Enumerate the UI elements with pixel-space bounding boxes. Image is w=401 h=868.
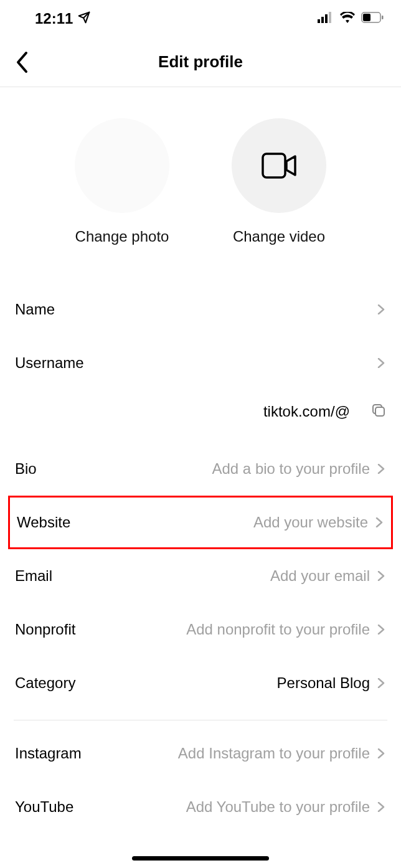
- website-value: Add your website: [70, 514, 368, 531]
- change-video-label: Change video: [233, 228, 325, 245]
- chevron-right-icon: [376, 625, 386, 634]
- username-label: Username: [15, 354, 84, 372]
- instagram-row[interactable]: Instagram Add Instagram to your profile: [0, 727, 401, 780]
- nonprofit-value: Add nonprofit to your profile: [75, 621, 370, 638]
- chevron-right-icon: [376, 304, 386, 314]
- svg-rect-12: [375, 407, 384, 416]
- youtube-row[interactable]: YouTube Add YouTube to your profile: [0, 780, 401, 834]
- chevron-right-icon: [376, 678, 386, 688]
- status-bar: 12:11: [0, 0, 401, 37]
- chevron-right-icon: [376, 748, 386, 758]
- instagram-label: Instagram: [15, 745, 82, 762]
- status-left: 12:11: [35, 10, 90, 27]
- wifi-icon: [340, 12, 355, 26]
- chevron-right-icon: [376, 358, 386, 368]
- change-photo-label: Change photo: [75, 228, 169, 245]
- username-row[interactable]: Username: [0, 336, 401, 390]
- email-row[interactable]: Email Add your email: [0, 549, 401, 603]
- svg-rect-8: [382, 16, 384, 19]
- chevron-right-icon: [374, 517, 384, 527]
- bio-label: Bio: [15, 460, 37, 478]
- change-photo-button[interactable]: Change photo: [75, 118, 169, 245]
- profile-url-row: tiktok.com/@: [0, 390, 401, 433]
- svg-rect-4: [325, 14, 328, 23]
- nonprofit-row[interactable]: Nonprofit Add nonprofit to your profile: [0, 603, 401, 656]
- location-icon: [78, 10, 90, 27]
- youtube-value: Add YouTube to your profile: [73, 798, 370, 816]
- bio-value: Add a bio to your profile: [37, 460, 370, 478]
- change-video-button[interactable]: Change video: [232, 118, 326, 245]
- youtube-label: YouTube: [15, 798, 73, 816]
- header: Edit profile: [0, 37, 401, 87]
- copy-icon: [371, 403, 386, 418]
- media-section: Change photo Change video: [0, 87, 401, 283]
- section-divider: [14, 720, 387, 720]
- chevron-left-icon: [15, 51, 29, 73]
- status-time: 12:11: [35, 10, 73, 27]
- page-title: Edit profile: [0, 52, 401, 72]
- svg-rect-5: [329, 12, 331, 23]
- home-indicator[interactable]: [132, 856, 269, 861]
- chevron-right-icon: [376, 464, 386, 474]
- category-row[interactable]: Category Personal Blog: [0, 656, 401, 710]
- nonprofit-label: Nonprofit: [15, 621, 75, 638]
- photo-avatar-circle: [75, 118, 169, 213]
- chevron-right-icon: [376, 802, 386, 812]
- website-label: Website: [17, 514, 70, 531]
- video-avatar-circle: [232, 118, 326, 213]
- svg-rect-3: [321, 17, 324, 23]
- name-row[interactable]: Name: [0, 283, 401, 336]
- bio-row[interactable]: Bio Add a bio to your profile: [0, 442, 401, 496]
- status-right: [318, 12, 384, 26]
- email-label: Email: [15, 567, 52, 585]
- svg-rect-2: [318, 19, 320, 23]
- back-button[interactable]: [15, 51, 29, 73]
- cellular-icon: [318, 12, 334, 26]
- svg-rect-9: [263, 154, 285, 177]
- svg-marker-10: [286, 156, 295, 175]
- instagram-value: Add Instagram to your profile: [82, 745, 370, 762]
- email-value: Add your email: [52, 567, 370, 585]
- name-label: Name: [15, 301, 55, 318]
- copy-button[interactable]: [371, 403, 386, 420]
- category-value: Personal Blog: [75, 674, 370, 692]
- video-camera-icon: [262, 153, 296, 179]
- category-label: Category: [15, 674, 75, 692]
- profile-url-text: tiktok.com/@: [263, 403, 350, 420]
- chevron-right-icon: [376, 571, 386, 581]
- website-row[interactable]: Website Add your website: [8, 496, 393, 549]
- battery-icon: [361, 12, 384, 26]
- svg-rect-7: [363, 14, 370, 21]
